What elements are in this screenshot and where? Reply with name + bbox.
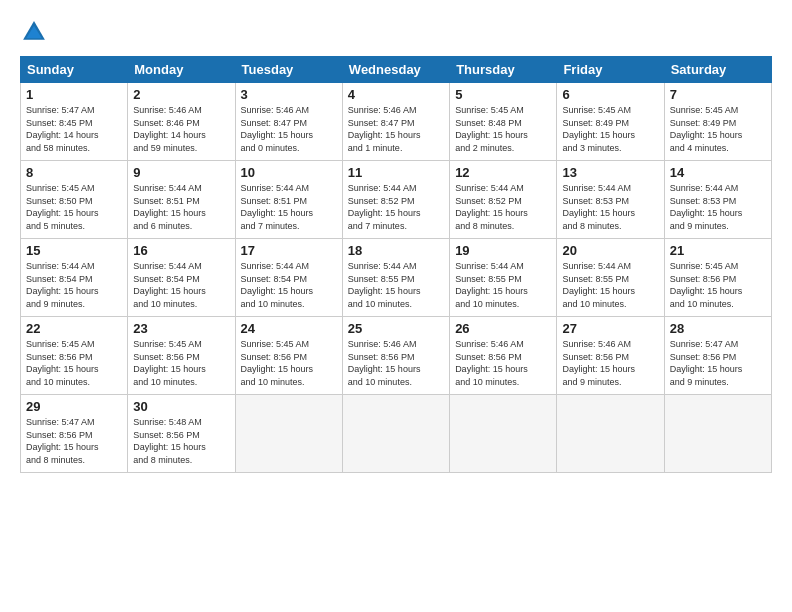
table-row: 20Sunrise: 5:44 AMSunset: 8:55 PMDayligh… bbox=[557, 239, 664, 317]
day-number: 14 bbox=[670, 165, 766, 180]
calendar-row: 1Sunrise: 5:47 AMSunset: 8:45 PMDaylight… bbox=[21, 83, 772, 161]
day-info: Sunrise: 5:45 AMSunset: 8:56 PMDaylight:… bbox=[241, 338, 337, 388]
table-row: 24Sunrise: 5:45 AMSunset: 8:56 PMDayligh… bbox=[235, 317, 342, 395]
logo-icon bbox=[20, 18, 48, 46]
day-number: 23 bbox=[133, 321, 229, 336]
day-info: Sunrise: 5:44 AMSunset: 8:53 PMDaylight:… bbox=[670, 182, 766, 232]
table-row: 15Sunrise: 5:44 AMSunset: 8:54 PMDayligh… bbox=[21, 239, 128, 317]
col-tuesday: Tuesday bbox=[235, 57, 342, 83]
table-row bbox=[342, 395, 449, 473]
day-number: 6 bbox=[562, 87, 658, 102]
table-row bbox=[235, 395, 342, 473]
table-row: 29Sunrise: 5:47 AMSunset: 8:56 PMDayligh… bbox=[21, 395, 128, 473]
day-info: Sunrise: 5:44 AMSunset: 8:54 PMDaylight:… bbox=[241, 260, 337, 310]
day-number: 12 bbox=[455, 165, 551, 180]
table-row bbox=[557, 395, 664, 473]
table-row: 25Sunrise: 5:46 AMSunset: 8:56 PMDayligh… bbox=[342, 317, 449, 395]
table-row: 1Sunrise: 5:47 AMSunset: 8:45 PMDaylight… bbox=[21, 83, 128, 161]
day-info: Sunrise: 5:45 AMSunset: 8:50 PMDaylight:… bbox=[26, 182, 122, 232]
day-number: 4 bbox=[348, 87, 444, 102]
day-info: Sunrise: 5:47 AMSunset: 8:56 PMDaylight:… bbox=[26, 416, 122, 466]
day-number: 11 bbox=[348, 165, 444, 180]
day-info: Sunrise: 5:45 AMSunset: 8:56 PMDaylight:… bbox=[670, 260, 766, 310]
table-row: 17Sunrise: 5:44 AMSunset: 8:54 PMDayligh… bbox=[235, 239, 342, 317]
col-monday: Monday bbox=[128, 57, 235, 83]
day-info: Sunrise: 5:45 AMSunset: 8:56 PMDaylight:… bbox=[133, 338, 229, 388]
table-row: 11Sunrise: 5:44 AMSunset: 8:52 PMDayligh… bbox=[342, 161, 449, 239]
table-row: 26Sunrise: 5:46 AMSunset: 8:56 PMDayligh… bbox=[450, 317, 557, 395]
day-number: 18 bbox=[348, 243, 444, 258]
table-row: 5Sunrise: 5:45 AMSunset: 8:48 PMDaylight… bbox=[450, 83, 557, 161]
day-info: Sunrise: 5:48 AMSunset: 8:56 PMDaylight:… bbox=[133, 416, 229, 466]
table-row: 10Sunrise: 5:44 AMSunset: 8:51 PMDayligh… bbox=[235, 161, 342, 239]
table-row: 18Sunrise: 5:44 AMSunset: 8:55 PMDayligh… bbox=[342, 239, 449, 317]
table-row: 14Sunrise: 5:44 AMSunset: 8:53 PMDayligh… bbox=[664, 161, 771, 239]
day-number: 27 bbox=[562, 321, 658, 336]
table-row: 12Sunrise: 5:44 AMSunset: 8:52 PMDayligh… bbox=[450, 161, 557, 239]
day-info: Sunrise: 5:45 AMSunset: 8:56 PMDaylight:… bbox=[26, 338, 122, 388]
day-number: 8 bbox=[26, 165, 122, 180]
day-info: Sunrise: 5:44 AMSunset: 8:55 PMDaylight:… bbox=[455, 260, 551, 310]
day-info: Sunrise: 5:46 AMSunset: 8:56 PMDaylight:… bbox=[348, 338, 444, 388]
table-row bbox=[450, 395, 557, 473]
table-row: 7Sunrise: 5:45 AMSunset: 8:49 PMDaylight… bbox=[664, 83, 771, 161]
table-row bbox=[664, 395, 771, 473]
day-info: Sunrise: 5:44 AMSunset: 8:53 PMDaylight:… bbox=[562, 182, 658, 232]
day-info: Sunrise: 5:44 AMSunset: 8:51 PMDaylight:… bbox=[241, 182, 337, 232]
day-number: 19 bbox=[455, 243, 551, 258]
day-info: Sunrise: 5:46 AMSunset: 8:56 PMDaylight:… bbox=[455, 338, 551, 388]
day-info: Sunrise: 5:45 AMSunset: 8:48 PMDaylight:… bbox=[455, 104, 551, 154]
day-number: 26 bbox=[455, 321, 551, 336]
table-row: 3Sunrise: 5:46 AMSunset: 8:47 PMDaylight… bbox=[235, 83, 342, 161]
day-info: Sunrise: 5:44 AMSunset: 8:54 PMDaylight:… bbox=[26, 260, 122, 310]
day-number: 20 bbox=[562, 243, 658, 258]
day-number: 13 bbox=[562, 165, 658, 180]
page: Sunday Monday Tuesday Wednesday Thursday… bbox=[0, 0, 792, 612]
day-info: Sunrise: 5:46 AMSunset: 8:47 PMDaylight:… bbox=[348, 104, 444, 154]
header-row: Sunday Monday Tuesday Wednesday Thursday… bbox=[21, 57, 772, 83]
table-row: 9Sunrise: 5:44 AMSunset: 8:51 PMDaylight… bbox=[128, 161, 235, 239]
calendar-row: 22Sunrise: 5:45 AMSunset: 8:56 PMDayligh… bbox=[21, 317, 772, 395]
calendar-table: Sunday Monday Tuesday Wednesday Thursday… bbox=[20, 56, 772, 473]
day-number: 10 bbox=[241, 165, 337, 180]
header bbox=[20, 18, 772, 46]
day-info: Sunrise: 5:44 AMSunset: 8:52 PMDaylight:… bbox=[348, 182, 444, 232]
col-thursday: Thursday bbox=[450, 57, 557, 83]
table-row: 16Sunrise: 5:44 AMSunset: 8:54 PMDayligh… bbox=[128, 239, 235, 317]
table-row: 4Sunrise: 5:46 AMSunset: 8:47 PMDaylight… bbox=[342, 83, 449, 161]
table-row: 23Sunrise: 5:45 AMSunset: 8:56 PMDayligh… bbox=[128, 317, 235, 395]
table-row: 6Sunrise: 5:45 AMSunset: 8:49 PMDaylight… bbox=[557, 83, 664, 161]
day-info: Sunrise: 5:45 AMSunset: 8:49 PMDaylight:… bbox=[670, 104, 766, 154]
day-number: 25 bbox=[348, 321, 444, 336]
table-row: 13Sunrise: 5:44 AMSunset: 8:53 PMDayligh… bbox=[557, 161, 664, 239]
day-info: Sunrise: 5:44 AMSunset: 8:52 PMDaylight:… bbox=[455, 182, 551, 232]
table-row: 22Sunrise: 5:45 AMSunset: 8:56 PMDayligh… bbox=[21, 317, 128, 395]
day-info: Sunrise: 5:44 AMSunset: 8:55 PMDaylight:… bbox=[562, 260, 658, 310]
calendar-row: 8Sunrise: 5:45 AMSunset: 8:50 PMDaylight… bbox=[21, 161, 772, 239]
day-info: Sunrise: 5:47 AMSunset: 8:56 PMDaylight:… bbox=[670, 338, 766, 388]
day-number: 5 bbox=[455, 87, 551, 102]
day-number: 30 bbox=[133, 399, 229, 414]
col-saturday: Saturday bbox=[664, 57, 771, 83]
table-row: 21Sunrise: 5:45 AMSunset: 8:56 PMDayligh… bbox=[664, 239, 771, 317]
table-row: 30Sunrise: 5:48 AMSunset: 8:56 PMDayligh… bbox=[128, 395, 235, 473]
day-info: Sunrise: 5:45 AMSunset: 8:49 PMDaylight:… bbox=[562, 104, 658, 154]
day-info: Sunrise: 5:46 AMSunset: 8:47 PMDaylight:… bbox=[241, 104, 337, 154]
day-number: 28 bbox=[670, 321, 766, 336]
col-sunday: Sunday bbox=[21, 57, 128, 83]
day-number: 3 bbox=[241, 87, 337, 102]
day-number: 29 bbox=[26, 399, 122, 414]
day-number: 21 bbox=[670, 243, 766, 258]
day-number: 22 bbox=[26, 321, 122, 336]
day-info: Sunrise: 5:44 AMSunset: 8:55 PMDaylight:… bbox=[348, 260, 444, 310]
day-number: 17 bbox=[241, 243, 337, 258]
table-row: 8Sunrise: 5:45 AMSunset: 8:50 PMDaylight… bbox=[21, 161, 128, 239]
day-number: 16 bbox=[133, 243, 229, 258]
day-info: Sunrise: 5:46 AMSunset: 8:56 PMDaylight:… bbox=[562, 338, 658, 388]
table-row: 28Sunrise: 5:47 AMSunset: 8:56 PMDayligh… bbox=[664, 317, 771, 395]
day-number: 15 bbox=[26, 243, 122, 258]
col-friday: Friday bbox=[557, 57, 664, 83]
day-info: Sunrise: 5:44 AMSunset: 8:51 PMDaylight:… bbox=[133, 182, 229, 232]
day-number: 2 bbox=[133, 87, 229, 102]
day-number: 24 bbox=[241, 321, 337, 336]
